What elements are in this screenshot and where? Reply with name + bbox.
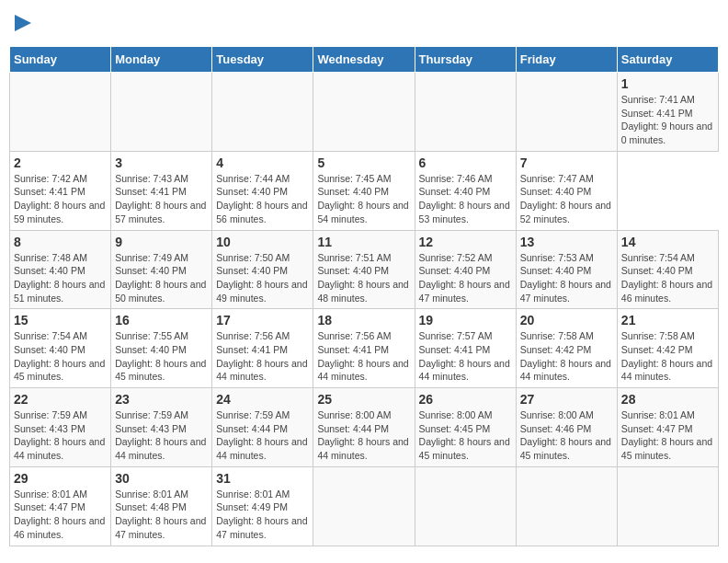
calendar-day-cell: 20 Sunrise: 7:58 AMSunset: 4:42 PMDaylig… [516, 309, 617, 388]
day-number: 30 [115, 471, 208, 486]
calendar-day-cell: 24 Sunrise: 7:59 AMSunset: 4:44 PMDaylig… [212, 388, 313, 467]
calendar-day-cell: 10 Sunrise: 7:50 AMSunset: 4:40 PMDaylig… [212, 230, 313, 309]
calendar-day-cell: 25 Sunrise: 8:00 AMSunset: 4:44 PMDaylig… [313, 388, 415, 467]
day-info: Sunrise: 7:56 AMSunset: 4:41 PMDaylight:… [216, 329, 309, 384]
day-info: Sunrise: 7:51 AMSunset: 4:40 PMDaylight:… [317, 251, 410, 305]
calendar-day-cell: 5 Sunrise: 7:45 AMSunset: 4:40 PMDayligh… [313, 151, 415, 230]
day-info: Sunrise: 7:54 AMSunset: 4:40 PMDaylight:… [621, 251, 714, 305]
calendar-day-cell: 26 Sunrise: 8:00 AMSunset: 4:45 PMDaylig… [415, 388, 516, 467]
calendar-day-cell: 18 Sunrise: 7:56 AMSunset: 4:41 PMDaylig… [313, 309, 415, 388]
day-header-sunday: Sunday [10, 47, 111, 73]
day-header-monday: Monday [111, 47, 212, 73]
day-info: Sunrise: 8:01 AMSunset: 4:48 PMDaylight:… [115, 488, 208, 542]
empty-cell [415, 73, 516, 152]
day-number: 5 [317, 155, 410, 170]
calendar-day-cell [516, 466, 617, 546]
empty-cell [111, 73, 212, 152]
day-info: Sunrise: 7:50 AMSunset: 4:40 PMDaylight:… [216, 251, 309, 305]
day-number: 25 [317, 392, 410, 407]
day-number: 27 [520, 392, 613, 407]
day-info: Sunrise: 7:57 AMSunset: 4:41 PMDaylight:… [419, 329, 512, 384]
calendar-day-cell [313, 466, 415, 546]
day-info: Sunrise: 7:46 AMSunset: 4:40 PMDaylight:… [419, 172, 512, 226]
day-info: Sunrise: 7:58 AMSunset: 4:42 PMDaylight:… [621, 329, 714, 384]
calendar-day-cell: 12 Sunrise: 7:52 AMSunset: 4:40 PMDaylig… [415, 230, 516, 309]
day-number: 7 [520, 155, 613, 170]
calendar-day-cell: 17 Sunrise: 7:56 AMSunset: 4:41 PMDaylig… [212, 309, 313, 388]
day-number: 22 [14, 392, 107, 407]
day-number: 26 [419, 392, 512, 407]
day-number: 6 [419, 155, 512, 170]
calendar-day-cell: 14 Sunrise: 7:54 AMSunset: 4:40 PMDaylig… [617, 230, 718, 309]
calendar-day-cell: 22 Sunrise: 7:59 AMSunset: 4:43 PMDaylig… [10, 388, 111, 467]
day-info: Sunrise: 7:47 AMSunset: 4:40 PMDaylight:… [520, 172, 613, 226]
calendar-day-cell: 16 Sunrise: 7:55 AMSunset: 4:40 PMDaylig… [111, 309, 212, 388]
empty-cell [212, 73, 313, 152]
day-number: 9 [115, 235, 208, 249]
calendar-day-cell: 30 Sunrise: 8:01 AMSunset: 4:48 PMDaylig… [111, 466, 212, 546]
day-info: Sunrise: 8:00 AMSunset: 4:45 PMDaylight:… [419, 408, 512, 463]
calendar-day-cell: 11 Sunrise: 7:51 AMSunset: 4:40 PMDaylig… [313, 230, 415, 309]
calendar-table: SundayMondayTuesdayWednesdayThursdayFrid… [9, 46, 719, 546]
calendar-week-row: 29 Sunrise: 8:01 AMSunset: 4:47 PMDaylig… [10, 466, 719, 546]
calendar-day-cell: 8 Sunrise: 7:48 AMSunset: 4:40 PMDayligh… [10, 230, 111, 309]
calendar-day-cell: 9 Sunrise: 7:49 AMSunset: 4:40 PMDayligh… [111, 230, 212, 309]
calendar-day-cell: 2 Sunrise: 7:42 AMSunset: 4:41 PMDayligh… [10, 151, 111, 230]
calendar-week-row: 1 Sunrise: 7:41 AMSunset: 4:41 PMDayligh… [10, 73, 719, 152]
calendar-header-row: SundayMondayTuesdayWednesdayThursdayFrid… [10, 47, 719, 73]
logo [9, 9, 40, 37]
empty-cell [313, 73, 415, 152]
calendar-day-cell: 19 Sunrise: 7:57 AMSunset: 4:41 PMDaylig… [415, 309, 516, 388]
day-info: Sunrise: 7:55 AMSunset: 4:40 PMDaylight:… [115, 329, 208, 384]
day-info: Sunrise: 7:43 AMSunset: 4:41 PMDaylight:… [115, 172, 208, 226]
calendar-day-cell: 6 Sunrise: 7:46 AMSunset: 4:40 PMDayligh… [415, 151, 516, 230]
day-number: 11 [317, 235, 410, 249]
day-number: 18 [317, 313, 410, 327]
day-info: Sunrise: 7:42 AMSunset: 4:41 PMDaylight:… [14, 172, 107, 226]
day-info: Sunrise: 8:01 AMSunset: 4:49 PMDaylight:… [216, 488, 309, 542]
day-info: Sunrise: 7:53 AMSunset: 4:40 PMDaylight:… [520, 251, 613, 305]
day-number: 29 [14, 471, 107, 486]
day-info: Sunrise: 7:59 AMSunset: 4:43 PMDaylight:… [14, 408, 107, 463]
day-number: 21 [621, 313, 714, 327]
day-number: 3 [115, 155, 208, 170]
empty-cell [10, 73, 111, 152]
day-header-friday: Friday [516, 47, 617, 73]
day-number: 20 [520, 313, 613, 327]
day-info: Sunrise: 8:00 AMSunset: 4:44 PMDaylight:… [317, 408, 410, 463]
day-number: 16 [115, 313, 208, 327]
day-info: Sunrise: 7:48 AMSunset: 4:40 PMDaylight:… [14, 251, 107, 305]
day-number: 8 [14, 235, 107, 249]
day-info: Sunrise: 8:00 AMSunset: 4:46 PMDaylight:… [520, 408, 613, 463]
day-number: 28 [621, 392, 714, 407]
calendar-week-row: 22 Sunrise: 7:59 AMSunset: 4:43 PMDaylig… [10, 388, 719, 467]
day-header-tuesday: Tuesday [212, 47, 313, 73]
svg-marker-1 [15, 15, 31, 31]
calendar-day-cell [617, 466, 718, 546]
day-header-wednesday: Wednesday [313, 47, 415, 73]
calendar-day-cell: 1 Sunrise: 7:41 AMSunset: 4:41 PMDayligh… [617, 73, 718, 152]
day-header-saturday: Saturday [617, 47, 718, 73]
calendar-day-cell: 4 Sunrise: 7:44 AMSunset: 4:40 PMDayligh… [212, 151, 313, 230]
calendar-day-cell: 7 Sunrise: 7:47 AMSunset: 4:40 PMDayligh… [516, 151, 617, 230]
day-number: 14 [621, 235, 714, 249]
day-number: 4 [216, 155, 309, 170]
day-number: 31 [216, 471, 309, 486]
day-number: 12 [419, 235, 512, 249]
calendar-week-row: 15 Sunrise: 7:54 AMSunset: 4:40 PMDaylig… [10, 309, 719, 388]
empty-cell [516, 73, 617, 152]
calendar-day-cell: 13 Sunrise: 7:53 AMSunset: 4:40 PMDaylig… [516, 230, 617, 309]
calendar-day-cell: 29 Sunrise: 8:01 AMSunset: 4:47 PMDaylig… [10, 466, 111, 546]
calendar-day-cell: 28 Sunrise: 8:01 AMSunset: 4:47 PMDaylig… [617, 388, 718, 467]
day-info: Sunrise: 7:59 AMSunset: 4:43 PMDaylight:… [115, 408, 208, 463]
calendar-day-cell: 31 Sunrise: 8:01 AMSunset: 4:49 PMDaylig… [212, 466, 313, 546]
calendar-day-cell: 21 Sunrise: 7:58 AMSunset: 4:42 PMDaylig… [617, 309, 718, 388]
day-number: 19 [419, 313, 512, 327]
day-number: 23 [115, 392, 208, 407]
calendar-day-cell: 27 Sunrise: 8:00 AMSunset: 4:46 PMDaylig… [516, 388, 617, 467]
page-header [9, 9, 719, 37]
day-number: 17 [216, 313, 309, 327]
day-header-thursday: Thursday [415, 47, 516, 73]
day-info: Sunrise: 7:44 AMSunset: 4:40 PMDaylight:… [216, 172, 309, 226]
day-number: 13 [520, 235, 613, 249]
